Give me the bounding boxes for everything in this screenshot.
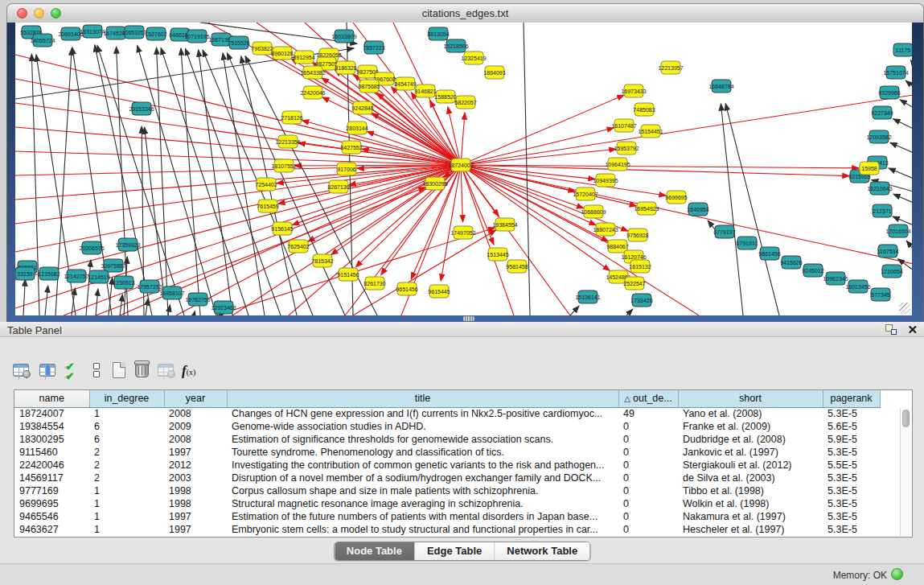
graph-node-12142757[interactable]: 12142757	[64, 270, 88, 282]
graph-node-8186328[interactable]: 8186328	[335, 61, 356, 74]
graph-node-18300295[interactable]: 18300295	[422, 177, 447, 190]
graph-node-10962346[interactable]: 10962346	[823, 272, 848, 285]
graph-node-16033809[interactable]: 16033809	[331, 30, 356, 43]
tab-network-table[interactable]: Network Table	[495, 542, 589, 560]
graph-node-1640954[interactable]: 1640954	[687, 203, 708, 216]
graph-node-6822057[interactable]: 6822057	[454, 96, 476, 109]
scrollbar-thumb[interactable]	[902, 410, 910, 427]
delete-entries-icon[interactable]	[133, 360, 152, 380]
graph-node-7857223[interactable]: 7857223	[363, 41, 384, 54]
table-row[interactable]: 946362711997Embryonic stem cells: a mode…	[14, 523, 902, 536]
graph-node-16782759[interactable]: 16782759	[185, 293, 210, 306]
graph-node-18107552[interactable]: 18107552	[271, 159, 296, 172]
graph-node-917006[interactable]: 917006	[337, 163, 356, 175]
graph-node-1250513[interactable]: 1250513	[113, 276, 134, 289]
citation-edge-black[interactable]	[570, 306, 579, 315]
graph-node-9415626[interactable]: 9415626	[780, 256, 802, 269]
citation-edge-black[interactable]	[86, 260, 91, 315]
graph-node-12213957[interactable]: 12213957	[658, 61, 683, 74]
graph-node-8813054[interactable]: 8813054	[427, 27, 449, 40]
graph-node-1215682[interactable]: 1215682	[38, 267, 60, 280]
table-row[interactable]: 1938455462009Genome-wide association stu…	[14, 420, 902, 433]
graph-node-14055724[interactable]: 14055724	[30, 34, 55, 47]
graph-node-15218506[interactable]: 15218506	[443, 39, 468, 52]
citation-edge-black[interactable]	[893, 216, 912, 225]
graph-node-677345[interactable]: 677345	[871, 288, 890, 301]
graph-node-17497052[interactable]: 17497052	[450, 226, 475, 239]
graph-node-12213356[interactable]: 12213356	[275, 135, 300, 148]
graph-node-1588520[interactable]: 1588520	[434, 90, 456, 103]
graph-node-9245012[interactable]: 9245012	[802, 264, 823, 277]
graph-node-1615132[interactable]: 1615132	[629, 260, 651, 273]
graph-node-9146821[interactable]: 9146821	[414, 84, 436, 97]
graph-node-212371[interactable]: 212371	[873, 204, 892, 217]
graph-node-8912954[interactable]: 8912954	[293, 51, 314, 64]
citation-edge-red[interactable]	[15, 79, 461, 165]
graph-node-6779197[interactable]: 6779197	[713, 225, 735, 238]
citation-edge-red[interactable]	[461, 149, 616, 165]
graph-node-1210654[interactable]: 1210654	[881, 265, 902, 278]
graph-node-16954923[interactable]: 16954923	[634, 202, 659, 215]
float-panel-icon[interactable]	[885, 324, 897, 335]
graph-node-7625402[interactable]: 7625402	[287, 240, 309, 253]
citation-edge-red[interactable]	[15, 165, 461, 252]
graph-node-16543382[interactable]: 16543382	[300, 66, 325, 79]
graph-node-2803144[interactable]: 2803144	[346, 122, 368, 134]
table-settings-icon[interactable]	[11, 360, 31, 380]
citation-edge-red[interactable]	[461, 113, 465, 165]
tab-edge-table[interactable]: Edge Table	[415, 542, 495, 560]
graph-node-10719195[interactable]: 10719195	[184, 30, 209, 43]
graph-node-16958107[interactable]: 16958107	[159, 286, 184, 299]
citation-edge-black[interactable]	[893, 194, 912, 203]
table-row[interactable]: 1456911722003Disruption of a novel membe…	[14, 472, 902, 484]
graph-node-8960128[interactable]: 8960128	[271, 47, 293, 60]
graph-node-10653257[interactable]: 10653257	[121, 26, 146, 39]
citation-edge-red[interactable]	[176, 165, 461, 315]
graph-node-8427552[interactable]: 8427552	[340, 141, 362, 154]
graph-node-7485083[interactable]: 7485083	[633, 103, 655, 116]
column-header-short[interactable]: short	[678, 390, 823, 407]
graph-node-18724007[interactable]: 18724007	[448, 159, 473, 171]
graph-node-15136141[interactable]: 15136141	[575, 290, 600, 303]
graph-node-20153346[interactable]: 20153346	[129, 102, 154, 115]
citation-edge-red[interactable]	[353, 230, 496, 315]
citation-edge-black[interactable]	[45, 286, 48, 315]
graph-node-22420046[interactable]: 22420046	[300, 86, 325, 99]
graph-node-15154451[interactable]: 15154451	[638, 125, 663, 138]
graph-node-15751074[interactable]: 15751074	[883, 66, 908, 79]
table-row[interactable]: 946554611997Estimation of the future num…	[14, 510, 902, 523]
citation-edge-red[interactable]	[461, 128, 614, 165]
graph-node-16107487[interactable]: 16107487	[611, 119, 636, 132]
citation-edge-black[interactable]	[906, 80, 912, 87]
citation-edge-black[interactable]	[626, 309, 633, 315]
table-row[interactable]: 2242004622012Investigating the contribut…	[14, 459, 902, 472]
graph-node-6791931[interactable]: 6791931	[736, 237, 758, 249]
graph-node-8261730[interactable]: 8261730	[363, 277, 385, 290]
citation-edge-black[interactable]	[893, 119, 912, 129]
citation-edge-red[interactable]	[461, 165, 570, 315]
citation-edge-red[interactable]	[292, 165, 461, 225]
graph-node-15720407[interactable]: 15720407	[573, 187, 598, 200]
citation-edge-red[interactable]	[461, 95, 624, 165]
citation-edge-black[interactable]	[181, 48, 200, 315]
table-row[interactable]: 977716911998Corpus callosum shape and si…	[14, 484, 902, 497]
tab-node-table[interactable]: Node Table	[335, 542, 415, 560]
graph-node-15958[interactable]: 15958	[860, 162, 879, 175]
graph-node-18807243[interactable]: 18807243	[593, 223, 618, 236]
graph-node-8267130[interactable]: 8267130	[327, 180, 349, 193]
graph-node-16013456[interactable]: 16013456	[845, 280, 870, 293]
citation-edge-black[interactable]	[199, 50, 232, 315]
table-row[interactable]: 1830029562008Estimation of significance …	[14, 433, 902, 446]
memory-status-indicator[interactable]	[891, 568, 903, 580]
citation-edge-black[interactable]	[721, 104, 743, 315]
graph-node-7963822[interactable]: 7963822	[251, 42, 273, 55]
column-header-title[interactable]: title	[227, 390, 618, 407]
graph-node-9875685[interactable]: 9875685	[358, 80, 380, 93]
function-builder-icon[interactable]: f(x)	[182, 360, 207, 380]
graph-node-9756928[interactable]: 9756928	[626, 229, 648, 241]
select-columns-icon[interactable]	[38, 360, 57, 380]
citation-edge-red[interactable]	[461, 165, 463, 222]
column-header-year[interactable]: year	[164, 390, 227, 407]
graph-node-10949395[interactable]: 10949395	[593, 174, 618, 187]
graph-node-1167534[interactable]: 1167534	[877, 245, 899, 257]
